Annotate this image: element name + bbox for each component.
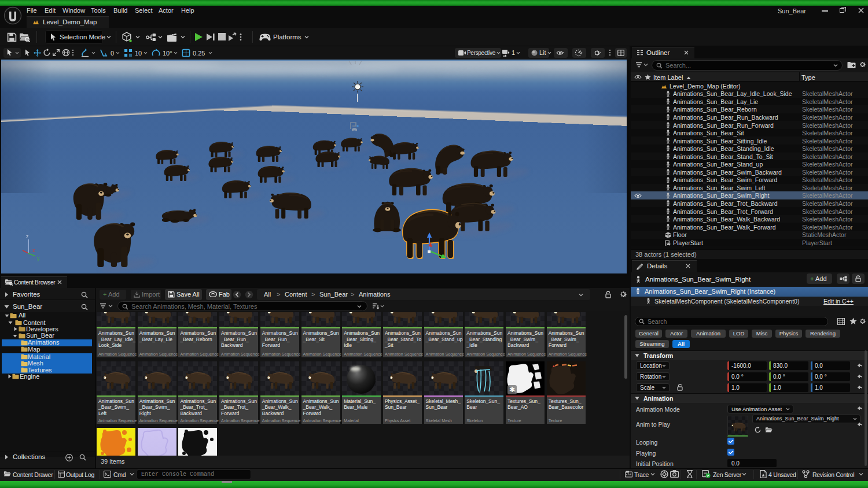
svg-text:z: z <box>26 234 29 239</box>
svg-text:y: y <box>37 256 40 261</box>
svg-text:x: x <box>32 247 35 253</box>
